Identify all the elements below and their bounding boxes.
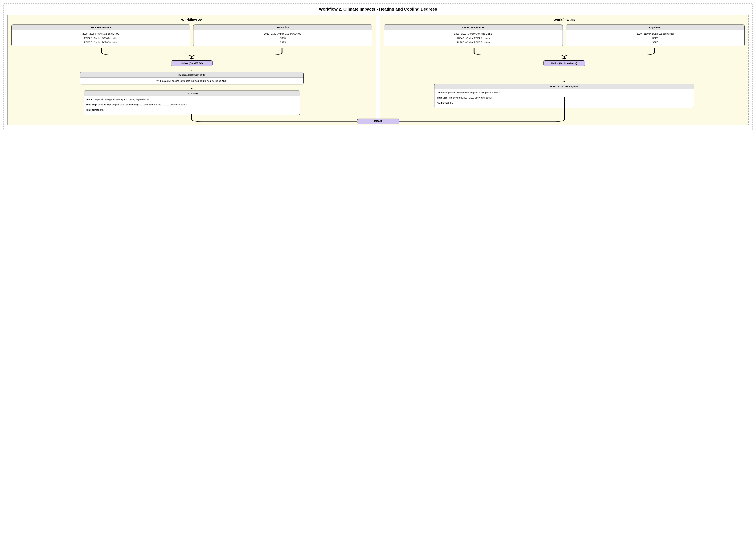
workflow-2b-title: Workflow 2B: [384, 18, 745, 22]
replace-header: Replace 2099 with 2100: [80, 72, 303, 78]
us-states-card: U.S. States Output: Population-weighted …: [84, 90, 300, 115]
connector-helios-to-output-b: [561, 66, 567, 84]
pop-b-line2: SSP3: [568, 36, 742, 40]
out-a-val: Population-weighted heating and cooling …: [94, 98, 149, 101]
out-b-val: Population-weighted heating and cooling …: [445, 91, 500, 94]
gcam-node: GCAM: [357, 118, 399, 124]
replace-body: WRF data only goes to 2099. Use the 2099…: [80, 78, 303, 84]
wrf-line3: RCP8.5 - Cooler, RCP8.5 - Hotter: [14, 40, 188, 45]
replace-card: Replace 2099 with 2100 WRF data only goe…: [80, 72, 304, 84]
population-b-card: Population 2020 - 2100 (Annual), 0.5-deg…: [566, 24, 745, 46]
cmip6-line2: RCP4.5 - Cooler, RCP4.5 - Hotter: [386, 36, 560, 40]
population-b-header: Population: [566, 25, 744, 30]
ff-a-val: XML: [99, 109, 104, 111]
helios-nersc-node: Helios (On NERSC): [171, 60, 213, 66]
gcam-wrap: GCAM: [357, 118, 399, 124]
cmip6-temperature-card: CMIP6 Temperature 2020 - 2100 (Monthly),…: [384, 24, 563, 46]
connector-replace-to-output-a: [189, 84, 195, 90]
ts-a-val: day and night segments at each month (e.…: [97, 103, 187, 106]
connector-inputs-to-helios-a: [11, 48, 372, 60]
wrf-header: WRF Temperature: [12, 25, 190, 30]
population-b-body: 2020 - 2100 (Annual), 0.5-deg Global SSP…: [566, 30, 744, 46]
wrf-body: 2020 - 2099 (Hourly), 12-km CONUS RCP4.5…: [12, 30, 190, 46]
pop-a-line3: SSP5: [196, 40, 370, 45]
wrf-temperature-card: WRF Temperature 2020 - 2099 (Hourly), 12…: [11, 24, 190, 46]
out-b-label: Output:: [437, 91, 445, 94]
pop-a-line2: SSP3: [196, 36, 370, 40]
workflow-2b-inputs: CMIP6 Temperature 2020 - 2100 (Monthly),…: [384, 24, 745, 46]
workflow-2a-title: Workflow 2A: [11, 18, 372, 22]
pop-a-line1: 2020 - 2100 (Annual), 12-km CONUS: [196, 32, 370, 36]
us-states-body: Output: Population-weighted heating and …: [84, 96, 300, 115]
ts-a-label: Time Step:: [86, 103, 97, 106]
cmip6-line3: RCP8.5 - Cooler, RCP8.5 - Hotter: [386, 40, 560, 45]
us-states-header: U.S. States: [84, 91, 300, 96]
population-a-header: Population: [193, 25, 372, 30]
cmip6-line1: 2020 - 2100 (Monthly), 0.5-deg Global: [386, 32, 560, 36]
outer-frame: Workflow 2. Climate Impacts - Heating an…: [3, 3, 753, 130]
cmip6-body: 2020 - 2100 (Monthly), 0.5-deg Global RC…: [384, 30, 563, 46]
pop-b-line3: SSP5: [568, 40, 742, 45]
workflow-2b-panel: Workflow 2B CMIP6 Temperature 2020 - 210…: [380, 15, 749, 125]
connector-inputs-to-helios-b: [384, 48, 745, 60]
connector-helios-to-replace: [189, 66, 195, 72]
wrf-line2: RCP4.5 - Cooler, RCP4.5 - Hotter: [14, 36, 188, 40]
workflow-2a-panel: Workflow 2A WRF Temperature 2020 - 2099 …: [8, 15, 376, 125]
ff-a-label: File Format:: [86, 109, 99, 111]
population-a-card: Population 2020 - 2100 (Annual), 12-km C…: [193, 24, 372, 46]
main-title: Workflow 2. Climate Impacts - Heating an…: [8, 7, 748, 12]
connector-b-to-gcam: [380, 97, 748, 126]
wrf-line1: 2020 - 2099 (Hourly), 12-km CONUS: [14, 32, 188, 36]
pop-b-line1: 2020 - 2100 (Annual), 0.5-deg Global: [568, 32, 742, 36]
helios-constance-node: Helios (On Constance): [543, 60, 585, 66]
out-a-label: Output:: [86, 98, 94, 101]
workflows-container: Workflow 2A WRF Temperature 2020 - 2099 …: [8, 15, 748, 125]
cmip6-header: CMIP6 Temperature: [384, 25, 563, 30]
population-a-body: 2020 - 2100 (Annual), 12-km CONUS SSP3 S…: [193, 30, 372, 46]
non-us-header: Non-U.S. GCAM Regions: [434, 84, 694, 89]
workflow-2a-inputs: WRF Temperature 2020 - 2099 (Hourly), 12…: [11, 24, 372, 46]
connector-a-to-gcam: [8, 114, 376, 126]
